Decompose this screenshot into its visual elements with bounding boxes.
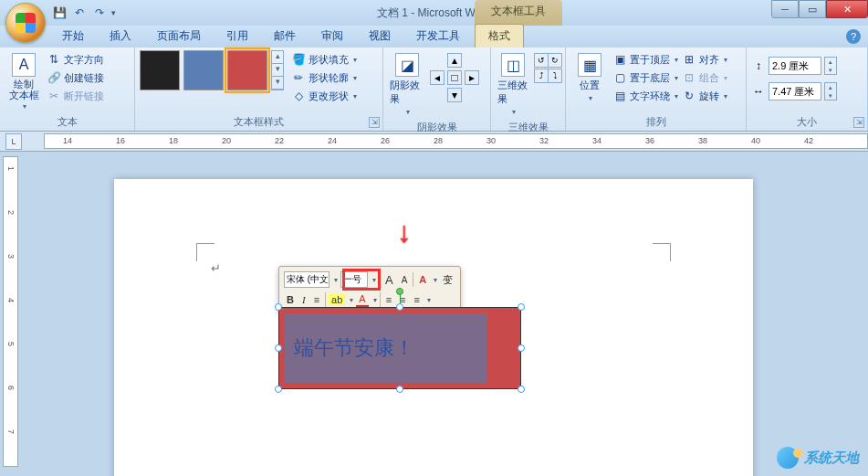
tab-developer[interactable]: 开发工具 <box>403 25 473 48</box>
width-spinner[interactable]: ▴▾ <box>824 82 837 100</box>
maximize-button[interactable]: ▭ <box>799 0 826 18</box>
tab-format[interactable]: 格式 <box>475 24 524 48</box>
font-family-combo[interactable]: 宋体 (中文 <box>284 271 329 288</box>
save-icon[interactable]: 💾 <box>51 5 68 21</box>
format-painter-button[interactable]: 变 <box>440 272 455 288</box>
nudge-left-icon[interactable]: ◂ <box>430 70 444 85</box>
size-dialog-launcher[interactable]: ⇲ <box>853 117 864 128</box>
nudge-up-icon[interactable]: ▴ <box>447 53 462 68</box>
text-direction-button[interactable]: ⇅文字方向 <box>47 50 104 69</box>
shape-fill-button[interactable]: 🪣形状填充▾ <box>291 50 357 69</box>
shape-outline-button[interactable]: ✏形状轮廓▾ <box>291 69 357 87</box>
minimize-button[interactable]: ─ <box>771 0 799 18</box>
center-button[interactable]: ≡ <box>311 293 322 306</box>
handle-ne[interactable] <box>518 303 525 311</box>
close-button[interactable]: ✕ <box>826 0 868 18</box>
break-link-button[interactable]: ✂断开链接 <box>47 87 104 105</box>
ribbon: A 绘制 文本框 ▾ ⇅文字方向 🔗创建链接 ✂断开链接 文本 ▴▾▾ 🪣形状填… <box>0 48 868 132</box>
group-icon: ⊡ <box>682 70 696 85</box>
textbox-style-gallery[interactable]: ▴▾▾ <box>140 50 284 90</box>
style-swatch-3[interactable] <box>227 50 267 90</box>
ribbon-tabs: 开始 插入 页面布局 引用 邮件 审阅 视图 开发工具 格式 ? <box>0 26 868 48</box>
textbox-icon: A <box>12 53 36 77</box>
italic-button[interactable]: I <box>299 293 309 306</box>
text-wrap-button[interactable]: ▤文字环绕▾ <box>612 87 678 105</box>
font-color-button[interactable]: A <box>356 292 368 308</box>
ruler-corner[interactable]: L <box>5 133 22 150</box>
tab-mail[interactable]: 邮件 <box>261 25 309 48</box>
selected-textbox[interactable]: 端午节安康！ <box>278 307 521 389</box>
bullets-button[interactable]: ≡ <box>411 293 422 306</box>
rotate-button[interactable]: ↻旋转▾ <box>682 87 727 105</box>
tab-references[interactable]: 引用 <box>214 25 261 48</box>
watermark-icon <box>777 447 799 469</box>
align-button[interactable]: ⊞对齐▾ <box>682 50 727 69</box>
back-icon: ▢ <box>612 70 627 85</box>
3d-effects-button[interactable]: ◫ 三维效果 ▾ <box>496 50 530 119</box>
handle-w[interactable] <box>275 344 282 352</box>
bold-button[interactable]: B <box>284 293 297 306</box>
redo-icon[interactable]: ↷ <box>91 5 108 21</box>
qat-customize-icon[interactable]: ▾ <box>111 8 120 17</box>
gallery-scroll[interactable]: ▴▾▾ <box>271 50 284 90</box>
create-link-button[interactable]: 🔗创建链接 <box>47 69 104 87</box>
tab-insert[interactable]: 插入 <box>97 25 144 48</box>
style-swatch-2[interactable] <box>183 50 224 90</box>
tab-view[interactable]: 视图 <box>356 25 403 48</box>
tab-home[interactable]: 开始 <box>49 25 97 48</box>
height-icon: ↕ <box>751 58 766 73</box>
draw-textbox-button[interactable]: A 绘制 文本框 ▾ <box>5 50 43 113</box>
tab-layout[interactable]: 页面布局 <box>144 25 214 48</box>
decrease-indent-button[interactable]: ≡ <box>383 293 394 306</box>
highlight-button[interactable]: ab <box>329 294 345 305</box>
handle-sw[interactable] <box>275 386 282 393</box>
rotation-handle[interactable] <box>396 288 403 295</box>
handle-se[interactable] <box>518 386 525 393</box>
group-button[interactable]: ⊡组合▾ <box>682 69 727 87</box>
horizontal-ruler[interactable]: 141618202224262830323436384042 <box>44 133 868 149</box>
margin-corner-tl <box>196 243 214 261</box>
handle-e[interactable] <box>518 344 525 352</box>
align-icon: ⊞ <box>682 52 696 67</box>
style-swatch-1[interactable] <box>140 50 180 90</box>
shadow-effects-button[interactable]: ◪ 阴影效果 ▾ <box>388 50 426 119</box>
nudge-down-icon[interactable]: ▾ <box>447 88 462 102</box>
break-link-icon: ✂ <box>47 89 61 103</box>
tilt-3-icon[interactable]: ⤴ <box>534 69 549 83</box>
undo-icon[interactable]: ↶ <box>71 5 88 21</box>
handle-n[interactable] <box>396 303 403 311</box>
width-input[interactable]: 7.47 厘米 <box>769 82 821 100</box>
height-input[interactable]: 2.9 厘米 <box>769 57 821 75</box>
nudge-right-icon[interactable]: ▸ <box>465 70 479 85</box>
document-page[interactable]: ↵ ↓ 宋体 (中文▾ 一号▾ A A A▾ 变 B I <box>114 179 753 476</box>
tilt-1-icon[interactable]: ↺ <box>534 53 549 68</box>
position-button[interactable]: ▦ 位置 ▾ <box>570 50 609 105</box>
styles-dialog-launcher[interactable]: ⇲ <box>369 117 380 128</box>
shrink-font-button[interactable]: A <box>399 274 411 286</box>
bring-front-button[interactable]: ▣置于顶层▾ <box>612 50 678 69</box>
group-styles-label: 文本框样式 <box>140 113 378 131</box>
tilt-4-icon[interactable]: ⤵ <box>548 69 562 83</box>
office-button[interactable] <box>5 3 46 43</box>
width-icon: ↔ <box>751 84 766 99</box>
fill-icon: 🪣 <box>291 52 306 67</box>
vertical-ruler[interactable]: 1234567 <box>3 156 18 467</box>
3d-icon: ◫ <box>501 53 525 77</box>
textbox-content[interactable]: 端午节安康！ <box>285 313 487 383</box>
grow-font-button[interactable]: A <box>382 272 396 288</box>
height-spinner[interactable]: ▴▾ <box>824 57 837 75</box>
rotate-icon: ↻ <box>682 89 696 103</box>
watermark: 系统天地 <box>777 447 859 469</box>
handle-s[interactable] <box>396 386 403 393</box>
group-size-label: 大小 <box>751 113 863 131</box>
handle-nw[interactable] <box>275 303 282 311</box>
text-direction-icon: ⇅ <box>47 52 61 67</box>
nudge-center-icon[interactable]: □ <box>447 70 462 85</box>
quick-style-button[interactable]: A <box>416 273 429 286</box>
send-back-button[interactable]: ▢置于底层▾ <box>612 69 678 87</box>
tab-review[interactable]: 审阅 <box>309 25 356 48</box>
front-icon: ▣ <box>612 52 627 67</box>
help-icon[interactable]: ? <box>846 29 861 44</box>
tilt-2-icon[interactable]: ↻ <box>548 53 562 68</box>
change-shape-button[interactable]: ◇更改形状▾ <box>291 87 357 105</box>
